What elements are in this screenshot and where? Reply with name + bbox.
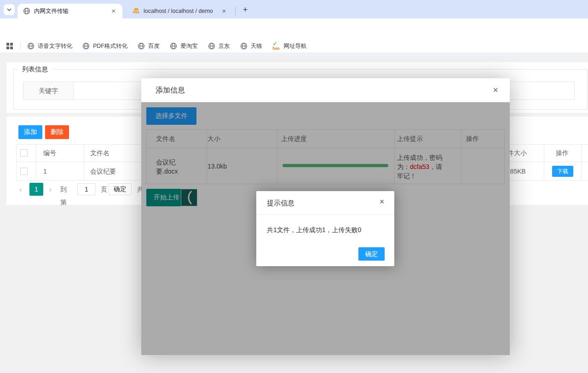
hao-icon: ✓ hao (272, 42, 281, 50)
globe-icon (208, 42, 215, 50)
globe-favicon-icon (23, 7, 30, 15)
table-border (544, 144, 544, 180)
tab-file-transfer[interactable]: 内网文件传输 × (17, 4, 122, 18)
tab-close-icon[interactable]: × (220, 7, 228, 15)
globe-icon (170, 42, 177, 50)
bookmark-item[interactable]: 京东 (208, 42, 230, 50)
upload-modal-header: 添加信息 × (141, 78, 510, 102)
close-icon[interactable]: × (490, 85, 501, 95)
tab-phpmyadmin[interactable]: PMA localhost / localhost / demo × (127, 4, 233, 18)
goto-confirm-button[interactable]: 确定 (109, 183, 132, 195)
page-number-input[interactable] (77, 183, 96, 195)
alert-modal-title: 提示信息 (267, 191, 294, 215)
globe-icon (138, 42, 145, 50)
globe-icon (240, 42, 248, 50)
row-checkbox[interactable] (20, 168, 28, 175)
bookmark-item[interactable]: 爱淘宝 (170, 42, 198, 50)
bookmark-item[interactable]: ✓ hao 网址导航 (272, 42, 307, 50)
next-page-button[interactable]: › (49, 183, 52, 196)
bookmark-item[interactable]: PDF格式转化 (82, 42, 127, 50)
tab-close-icon[interactable]: × (110, 7, 118, 15)
new-tab-button[interactable]: + (239, 4, 251, 16)
fieldset-legend: 列表信息 (17, 65, 52, 74)
chevron-down-icon (7, 8, 12, 11)
phpmyadmin-favicon-icon: PMA (133, 7, 140, 15)
bookmark-item[interactable]: 天猫 (240, 42, 262, 50)
column-header-id: 编号 (43, 149, 56, 157)
tab-title: localhost / localhost / demo (144, 8, 220, 14)
column-header-filename: 文件名 (90, 149, 110, 157)
current-page[interactable]: 1 (29, 183, 43, 196)
goto-prefix-label: 到第 (60, 183, 67, 209)
add-button[interactable]: 添加 (18, 125, 42, 139)
globe-icon (82, 42, 90, 50)
download-button[interactable]: 下载 (552, 166, 573, 177)
bookmarks-bar: 语音文字转化 PDF格式转化 百度 爱淘宝 京东 天猫 ✓ hao 网址导航 (0, 40, 588, 52)
apps-grid-icon[interactable] (6, 43, 13, 49)
tab-title: 内网文件传输 (34, 7, 110, 15)
tab-search-button[interactable] (4, 4, 15, 15)
table-border (36, 144, 36, 180)
globe-icon (27, 42, 35, 50)
alert-modal: 提示信息 × 共1文件，上传成功1，上传失败0 确定 (256, 191, 394, 266)
table-border (84, 144, 84, 180)
browser-toolbar: localhost/demo/file_transfer/ (0, 18, 588, 40)
bookmark-item[interactable]: 百度 (138, 42, 160, 50)
bookmarks-separator (20, 42, 21, 50)
tab-separator (235, 7, 236, 15)
select-all-checkbox[interactable] (20, 149, 28, 157)
delete-button[interactable]: 删除 (45, 125, 69, 139)
goto-suffix-label: 页 (101, 183, 107, 196)
upload-modal-title: 添加信息 (156, 78, 185, 102)
table-border (16, 144, 17, 180)
cell-id: 1 (43, 168, 47, 175)
alert-message: 共1文件，上传成功1，上传失败0 (267, 226, 361, 234)
prev-page-button[interactable]: ‹ (19, 183, 22, 196)
alert-modal-header: 提示信息 × (256, 191, 394, 215)
table-border (581, 144, 582, 180)
bookmark-item[interactable]: 语音文字转化 (27, 42, 72, 50)
tab-strip: 内网文件传输 × PMA localhost / localhost / dem… (0, 0, 588, 18)
keyword-label: 关键字 (23, 82, 74, 100)
ok-button[interactable]: 确定 (358, 247, 385, 261)
cell-filename: 会议纪要 (90, 168, 116, 176)
column-header-action: 操作 (556, 149, 569, 157)
close-icon[interactable]: × (377, 198, 386, 207)
